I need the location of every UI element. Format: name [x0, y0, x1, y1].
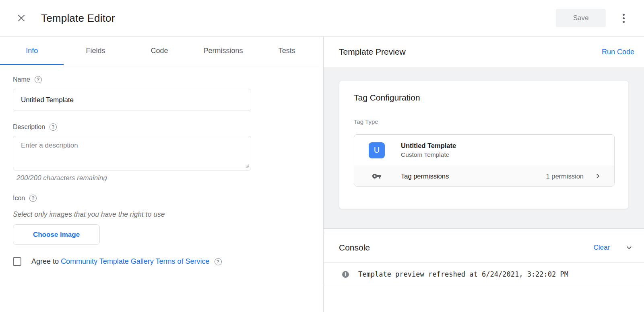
- close-icon[interactable]: [15, 12, 27, 24]
- console-log-message: Template preview refreshed at 6/24/2021,…: [358, 270, 568, 278]
- description-label: Description: [13, 123, 45, 131]
- preview-panel: Template Preview Run Code Tag Configurat…: [323, 37, 644, 312]
- console-clear-button[interactable]: Clear: [593, 244, 610, 252]
- resize-handle-icon[interactable]: [244, 163, 249, 168]
- save-button[interactable]: Save: [556, 9, 606, 27]
- terms-of-service-link[interactable]: Community Template Gallery Terms of Serv…: [61, 257, 209, 266]
- info-icon: i: [342, 271, 349, 278]
- console-gap: [324, 229, 644, 233]
- tab-tests[interactable]: Tests: [255, 37, 319, 65]
- key-icon: [369, 171, 385, 181]
- main-split: Info Fields Code Permissions Tests Name …: [0, 37, 644, 312]
- console-header: Console Clear: [324, 233, 644, 263]
- preview-title: Template Preview: [339, 47, 406, 57]
- tab-fields[interactable]: Fields: [64, 37, 127, 65]
- panel-splitter[interactable]: [319, 37, 323, 312]
- tag-subtitle: Custom Template: [401, 151, 456, 158]
- tag-configuration-title: Tag Configuration: [354, 93, 615, 103]
- name-input[interactable]: [13, 89, 251, 111]
- chars-remaining: 200/200 characters remaining: [17, 174, 266, 182]
- tag-configuration-card: Tag Configuration Tag Type U Untitled Te…: [339, 80, 629, 209]
- console-title: Console: [339, 243, 370, 252]
- tab-permissions[interactable]: Permissions: [191, 37, 255, 65]
- agree-help-icon[interactable]: ?: [215, 258, 222, 265]
- permissions-count: 1 permission: [546, 172, 584, 180]
- icon-help-icon[interactable]: ?: [29, 195, 37, 202]
- agree-text: Agree to: [31, 257, 59, 266]
- info-form: Name ? Description ? 200/200 characters …: [0, 65, 266, 266]
- editor-tabbar: Info Fields Code Permissions Tests: [0, 37, 319, 65]
- kebab-menu-icon[interactable]: [618, 12, 629, 24]
- tag-type-box: U Untitled Template Custom Template: [354, 134, 615, 187]
- name-label-row: Name ?: [13, 76, 266, 83]
- template-editor-window: Template Editor Save Info Fields Code Pe…: [0, 0, 644, 312]
- page-title: Template Editor: [41, 12, 115, 25]
- tag-type-label: Tag Type: [354, 118, 615, 125]
- icon-usage-note: Select only images that you have the rig…: [13, 210, 266, 219]
- top-bar: Template Editor Save: [0, 0, 644, 37]
- run-code-button[interactable]: Run Code: [602, 48, 634, 56]
- description-label-row: Description ?: [13, 123, 266, 131]
- icon-label-row: Icon ?: [13, 195, 266, 202]
- chevron-right-icon[interactable]: [593, 171, 603, 181]
- choose-image-button[interactable]: Choose image: [13, 224, 100, 245]
- editor-panel: Info Fields Code Permissions Tests Name …: [0, 37, 319, 312]
- tab-info[interactable]: Info: [0, 37, 64, 65]
- preview-header: Template Preview Run Code: [324, 37, 644, 67]
- console-log-row: i Template preview refreshed at 6/24/202…: [324, 263, 644, 286]
- tag-type-row: U Untitled Template Custom Template: [354, 135, 614, 166]
- agree-checkbox[interactable]: [13, 257, 21, 266]
- description-help-icon[interactable]: ?: [50, 123, 57, 131]
- agree-row: Agree to Community Template Gallery Term…: [13, 257, 266, 266]
- name-label: Name: [13, 76, 30, 83]
- description-textarea[interactable]: [13, 136, 251, 170]
- icon-label: Icon: [13, 195, 25, 202]
- template-avatar: U: [369, 142, 385, 158]
- preview-canvas: Tag Configuration Tag Type U Untitled Te…: [324, 67, 644, 229]
- tag-permissions-row[interactable]: Tag permissions 1 permission: [354, 166, 614, 186]
- name-help-icon[interactable]: ?: [35, 76, 42, 83]
- chevron-down-icon[interactable]: [624, 243, 634, 252]
- tag-names: Untitled Template Custom Template: [401, 142, 456, 158]
- tag-name: Untitled Template: [401, 142, 456, 150]
- description-textarea-wrap: [13, 136, 251, 170]
- tag-permissions-label: Tag permissions: [401, 172, 449, 180]
- tab-code[interactable]: Code: [128, 37, 191, 65]
